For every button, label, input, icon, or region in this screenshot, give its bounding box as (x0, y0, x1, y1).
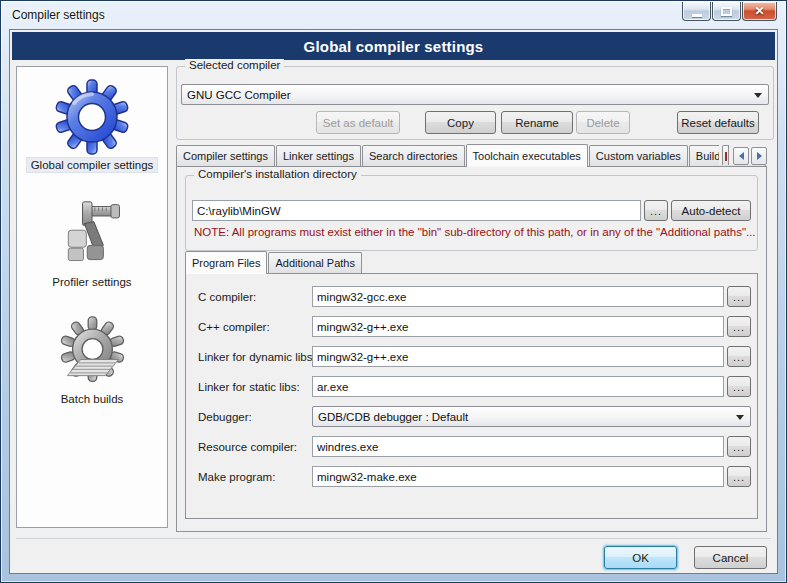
tab-toolchain-executables[interactable]: Toolchain executables (466, 144, 588, 167)
browse-cpp-compiler-button[interactable]: ... (727, 316, 751, 337)
field-label: Resource compiler: (198, 441, 312, 453)
browse-linker-static-button[interactable]: ... (727, 376, 751, 397)
caliper-icon (56, 198, 128, 270)
sidebar-item-profiler-settings[interactable]: Profiler settings (48, 196, 135, 289)
installation-directory-legend: Compiler's installation directory (194, 168, 361, 180)
compiler-select[interactable]: GNU GCC Compiler (181, 84, 769, 105)
close-button[interactable]: ✕ (742, 2, 777, 21)
field-row-cpp-compiler: C++ compiler: ... (198, 316, 751, 337)
c-compiler-input[interactable] (312, 286, 724, 307)
settings-category-list: Global compiler settings (16, 66, 168, 528)
program-files-page: C compiler: ... C++ compiler: ... Linker… (185, 273, 758, 519)
sidebar-item-label: Profiler settings (48, 275, 135, 289)
dialog-header: Global compiler settings (12, 32, 775, 60)
tab-custom-variables[interactable]: Custom variables (589, 145, 688, 166)
cancel-button[interactable]: Cancel (694, 546, 767, 569)
tab-scroll-left-icon (739, 152, 744, 160)
close-icon: ✕ (754, 5, 764, 17)
field-row-debugger: Debugger: GDB/CDB debugger : Default (198, 406, 751, 427)
field-label: Make program: (198, 471, 312, 483)
field-row-make-program: Make program: ... (198, 466, 751, 487)
browse-linker-dynamic-button[interactable]: ... (727, 346, 751, 367)
page-title: Global compiler settings (304, 38, 484, 55)
program-files-tab-strip: Program Files Additional Paths (185, 251, 363, 273)
tab-scroll-controls (719, 145, 767, 165)
browse-make-program-button[interactable]: ... (727, 466, 751, 487)
chevron-down-icon (754, 93, 762, 98)
rename-button[interactable]: Rename (501, 111, 573, 134)
field-label: C++ compiler: (198, 321, 312, 333)
ok-button[interactable]: OK (604, 546, 677, 569)
field-row-c-compiler: C compiler: ... (198, 286, 751, 307)
field-label: Debugger: (198, 411, 312, 423)
sidebar-item-label: Global compiler settings (27, 158, 158, 172)
compiler-buttons-row: Set as default Copy Rename Delete Reset … (177, 111, 759, 134)
tab-linker-settings[interactable]: Linker settings (276, 145, 361, 166)
cpp-compiler-input[interactable] (312, 316, 724, 337)
copy-button[interactable]: Copy (425, 111, 496, 134)
selected-compiler-legend: Selected compiler (185, 59, 284, 71)
debugger-select[interactable]: GDB/CDB debugger : Default (312, 406, 751, 427)
installation-directory-row: ... Auto-detect (192, 200, 751, 221)
tab-compiler-settings[interactable]: Compiler settings (176, 145, 275, 166)
selected-compiler-group: Selected compiler GNU GCC Compiler Set a… (176, 66, 774, 140)
make-program-input[interactable] (312, 466, 724, 487)
maximize-button[interactable] (712, 2, 741, 21)
blue-gear-icon (54, 79, 130, 155)
minimize-button[interactable] (682, 2, 711, 21)
tab-additional-paths[interactable]: Additional Paths (268, 252, 362, 273)
tab-scroll-right-button[interactable] (751, 147, 767, 165)
toolchain-executables-page: Compiler's installation directory ... Au… (176, 166, 767, 532)
gray-gear-stack-icon (56, 315, 128, 387)
sidebar-item-batch-builds[interactable]: Batch builds (54, 313, 130, 406)
settings-tab-strip: Compiler settings Linker settings Search… (176, 143, 767, 166)
tab-program-files[interactable]: Program Files (185, 251, 267, 274)
maximize-icon (721, 7, 732, 16)
field-row-linker-dynamic: Linker for dynamic libs: ... (198, 346, 751, 367)
field-row-resource-compiler: Resource compiler: ... (198, 436, 751, 457)
debugger-select-value: GDB/CDB debugger : Default (318, 411, 468, 423)
compiler-settings-dialog: Compiler settings ✕ Global compiler sett… (0, 0, 787, 583)
linker-dynamic-input[interactable] (312, 346, 724, 367)
field-label: C compiler: (198, 291, 312, 303)
tab-search-directories[interactable]: Search directories (362, 145, 465, 166)
reset-defaults-button[interactable]: Reset defaults (677, 111, 759, 134)
browse-c-compiler-button[interactable]: ... (727, 286, 751, 307)
field-row-linker-static: Linker for static libs: ... (198, 376, 751, 397)
minimize-icon (692, 14, 702, 17)
tab-scroll-right-icon (757, 152, 762, 160)
field-label: Linker for dynamic libs: (198, 351, 312, 363)
footer-divider (16, 538, 771, 539)
titlebar[interactable]: Compiler settings (1, 1, 786, 29)
sidebar-item-global-compiler-settings[interactable]: Global compiler settings (27, 79, 158, 172)
installation-directory-group: Compiler's installation directory ... Au… (185, 175, 758, 251)
sidebar-item-label: Batch builds (57, 392, 128, 406)
compiler-select-value: GNU GCC Compiler (187, 89, 291, 101)
linker-static-input[interactable] (312, 376, 724, 397)
footer-buttons: OK Cancel (604, 546, 767, 569)
browse-resource-compiler-button[interactable]: ... (727, 436, 751, 457)
installation-directory-input[interactable] (192, 200, 641, 221)
chevron-down-icon (736, 415, 744, 420)
tab-partial[interactable] (722, 145, 729, 165)
delete-button: Delete (576, 111, 630, 134)
installation-note: NOTE: All programs must exist either in … (194, 226, 756, 238)
browse-directory-button[interactable]: ... (644, 200, 668, 221)
tab-scroll-left-button[interactable] (733, 147, 749, 165)
resource-compiler-input[interactable] (312, 436, 724, 457)
field-label: Linker for static libs: (198, 381, 312, 393)
window-title: Compiler settings (12, 8, 105, 22)
caption-buttons: ✕ (682, 2, 777, 21)
dialog-client-area: Global compiler settings (9, 29, 778, 574)
auto-detect-button[interactable]: Auto-detect (671, 200, 751, 221)
set-as-default-button: Set as default (316, 111, 400, 134)
